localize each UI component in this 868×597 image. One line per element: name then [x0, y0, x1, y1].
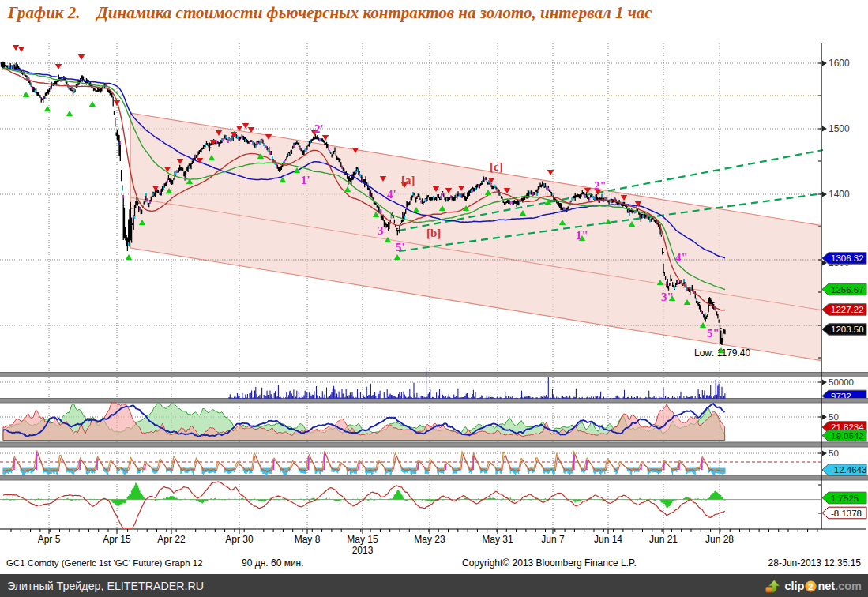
svg-text:50: 50 — [829, 412, 839, 422]
svg-text:4': 4' — [387, 188, 396, 201]
svg-text:May 8: May 8 — [295, 534, 321, 545]
svg-text:2': 2' — [314, 122, 324, 135]
svg-text:1306.32: 1306.32 — [831, 253, 864, 263]
svg-text:2: 2 — [809, 582, 814, 591]
svg-text:Jun 21: Jun 21 — [649, 534, 678, 545]
svg-text:1400: 1400 — [829, 189, 850, 200]
svg-text:1': 1' — [301, 174, 310, 186]
svg-text:3": 3" — [661, 291, 674, 303]
svg-text:[a]: [a] — [401, 174, 415, 186]
svg-text:1.7525: 1.7525 — [831, 494, 859, 503]
svg-text:50: 50 — [829, 449, 839, 458]
svg-text:Jun 14: Jun 14 — [594, 534, 622, 545]
svg-text:GC1 Comdty (Generic 1st 'GC' F: GC1 Comdty (Generic 1st 'GC' Future) Gra… — [6, 558, 203, 568]
svg-text:[b]: [b] — [426, 227, 441, 239]
svg-text:1600: 1600 — [829, 58, 850, 69]
svg-text:2": 2" — [594, 179, 607, 192]
svg-text:Low: 1179.40: Low: 1179.40 — [694, 347, 750, 359]
svg-text:1500: 1500 — [829, 123, 850, 134]
svg-text:1256.67: 1256.67 — [831, 285, 864, 295]
svg-text:5': 5' — [396, 241, 405, 253]
svg-text:1203.50: 1203.50 — [831, 325, 864, 334]
svg-text:Apr 30: Apr 30 — [225, 534, 254, 545]
svg-text:1227.22: 1227.22 — [831, 305, 864, 314]
svg-text:1": 1" — [576, 229, 588, 242]
svg-text:May 31: May 31 — [482, 534, 513, 545]
svg-text:May 15: May 15 — [347, 534, 378, 545]
svg-text:4": 4" — [675, 251, 688, 264]
svg-text:2013: 2013 — [352, 545, 374, 556]
svg-text:Apr 15: Apr 15 — [103, 534, 131, 545]
svg-text:Apr 22: Apr 22 — [157, 534, 186, 545]
svg-text:[c]: [c] — [490, 160, 503, 173]
svg-text:-8.1378: -8.1378 — [831, 509, 862, 518]
svg-text:-12.4643: -12.4643 — [831, 465, 866, 475]
svg-text:90 дн. 60 мин.: 90 дн. 60 мин. — [242, 558, 304, 569]
svg-text:Jun 7: Jun 7 — [541, 534, 565, 545]
svg-text:50000: 50000 — [829, 377, 854, 387]
svg-text:Apr 5: Apr 5 — [38, 534, 61, 545]
svg-text:3': 3' — [378, 224, 387, 237]
svg-text:19.0542: 19.0542 — [831, 431, 864, 441]
svg-text:May 23: May 23 — [414, 534, 445, 545]
svg-text:5": 5" — [707, 327, 720, 340]
svg-text:28-Jun-2013 12:35:15: 28-Jun-2013 12:35:15 — [768, 558, 862, 569]
svg-text:Jun 28: Jun 28 — [705, 534, 734, 545]
svg-text:Copyright© 2013 Bloomberg Fina: Copyright© 2013 Bloomberg Finance L.P. — [462, 558, 637, 569]
